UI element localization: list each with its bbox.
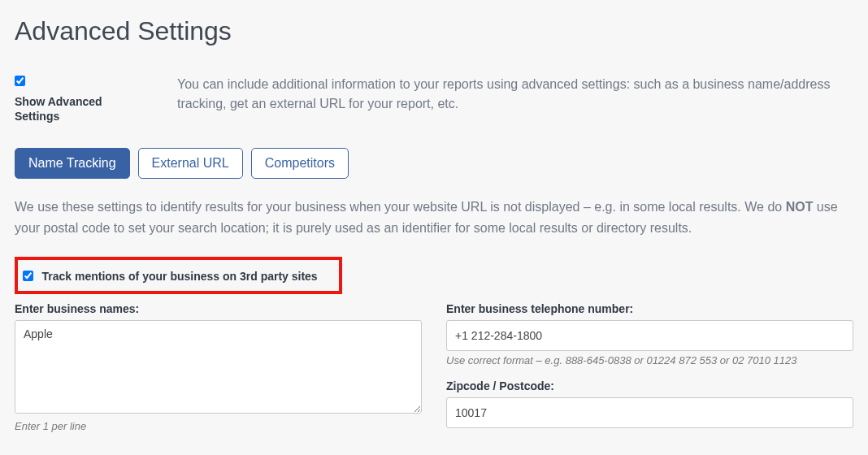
show-advanced-label: Show Advanced Settings [15,94,145,124]
top-row: Show Advanced Settings You can include a… [15,75,853,124]
tab-competitors[interactable]: Competitors [251,148,349,179]
settings-container: Advanced Settings Show Advanced Settings… [0,0,868,441]
zipcode-input[interactable] [446,397,853,428]
form-columns: Enter business names: Enter 1 per line E… [15,302,853,441]
info-paragraph: We use these settings to identify result… [15,197,853,238]
track-mentions-checkbox[interactable] [23,271,33,281]
track-mentions-highlight: Track mentions of your business on 3rd p… [15,257,342,294]
tab-name-tracking[interactable]: Name Tracking [15,148,130,179]
telephone-input[interactable] [446,320,853,351]
business-names-hint: Enter 1 per line [15,420,422,432]
info-pre: We use these settings to identify result… [15,200,786,214]
telephone-label: Enter business telephone number: [446,302,853,315]
left-form-col: Enter business names: Enter 1 per line [15,302,422,441]
business-names-label: Enter business names: [15,302,422,315]
tab-external-url[interactable]: External URL [138,148,243,179]
tabs: Name Tracking External URL Competitors [15,148,853,179]
advanced-description: You can include additional information t… [177,75,853,114]
info-bold: NOT [786,200,814,214]
business-names-input[interactable] [15,320,422,414]
right-form-col: Enter business telephone number: Use cor… [446,302,853,441]
page-title: Advanced Settings [15,16,853,46]
show-advanced-block: Show Advanced Settings [15,75,145,124]
show-advanced-checkbox[interactable] [15,76,25,86]
telephone-hint: Use correct format – e.g. 888-645-0838 o… [446,354,853,366]
zipcode-label: Zipcode / Postcode: [446,379,853,392]
track-mentions-label: Track mentions of your business on 3rd p… [41,269,317,282]
